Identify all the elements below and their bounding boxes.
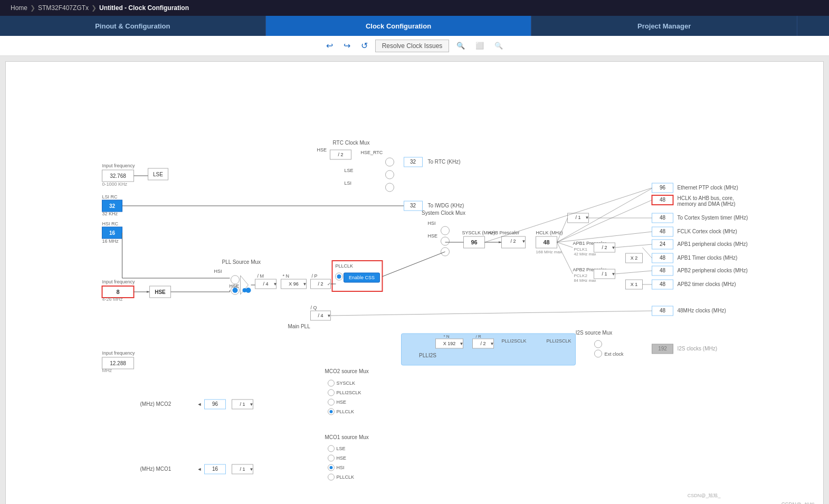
svg-text:HSE: HSE bbox=[230, 283, 240, 289]
svg-text:▼: ▼ bbox=[612, 245, 616, 250]
toolbar: ↩ ↪ ↺ Resolve Clock Issues 🔍 ⬜ 🔍 bbox=[0, 36, 829, 56]
svg-text:/ Q: / Q bbox=[311, 305, 317, 310]
svg-point-158 bbox=[595, 350, 602, 357]
svg-text:32: 32 bbox=[410, 203, 416, 208]
svg-line-211 bbox=[643, 248, 652, 258]
svg-text:HCLK to AHB bus, core,: HCLK to AHB bus, core, bbox=[678, 195, 734, 201]
svg-text:PLL Source Mux: PLL Source Mux bbox=[222, 259, 261, 265]
zoom-in-button[interactable]: 🔍 bbox=[453, 40, 468, 52]
svg-text:48: 48 bbox=[660, 197, 666, 203]
svg-text:84 MHz max: 84 MHz max bbox=[574, 278, 596, 283]
svg-text:HSE_RTC: HSE_RTC bbox=[361, 150, 383, 155]
zoom-out-button[interactable]: 🔍 bbox=[491, 40, 506, 52]
svg-text:X 96: X 96 bbox=[289, 281, 299, 287]
breadcrumb-device[interactable]: STM32F407ZGTx bbox=[33, 0, 94, 16]
svg-text:HSI: HSI bbox=[428, 221, 436, 226]
svg-text:42 MHz max: 42 MHz max bbox=[574, 252, 596, 256]
svg-text:* N: * N bbox=[444, 334, 450, 339]
svg-text:32: 32 bbox=[109, 203, 116, 209]
svg-text:LSE: LSE bbox=[337, 446, 346, 451]
svg-text:▼: ▼ bbox=[522, 239, 526, 244]
tab-extra bbox=[797, 16, 829, 36]
svg-text:HSE: HSE bbox=[337, 455, 347, 461]
svg-point-168 bbox=[328, 399, 335, 405]
svg-text:LSE: LSE bbox=[153, 172, 163, 177]
breadcrumb-home[interactable]: Home bbox=[5, 0, 33, 16]
svg-text:✓: ✓ bbox=[327, 282, 331, 287]
svg-text:PCLK2: PCLK2 bbox=[574, 273, 588, 278]
svg-text:32.768: 32.768 bbox=[110, 173, 126, 179]
svg-text:192: 192 bbox=[658, 346, 667, 351]
svg-point-157 bbox=[595, 340, 602, 348]
svg-text:/ 2: / 2 bbox=[480, 341, 485, 346]
svg-text:◄: ◄ bbox=[197, 467, 202, 472]
svg-text:RTC Clock Mux: RTC Clock Mux bbox=[333, 140, 370, 146]
svg-text:X 2: X 2 bbox=[631, 255, 638, 261]
svg-text:▼: ▼ bbox=[460, 341, 464, 346]
svg-point-32 bbox=[386, 158, 394, 166]
svg-text:I2S clocks (MHz): I2S clocks (MHz) bbox=[678, 346, 718, 351]
svg-text:APB2 timer clocks (MHz): APB2 timer clocks (MHz) bbox=[678, 281, 736, 287]
svg-point-33 bbox=[386, 170, 394, 179]
tab-clock[interactable]: Clock Configuration bbox=[266, 16, 532, 36]
svg-text:LSI: LSI bbox=[345, 180, 352, 186]
svg-text:AHB Prescaler: AHB Prescaler bbox=[489, 230, 520, 235]
svg-text:/ 1: / 1 bbox=[240, 402, 245, 407]
svg-text:X 1: X 1 bbox=[631, 282, 638, 287]
tab-project[interactable]: Project Manager bbox=[531, 16, 797, 36]
svg-point-61 bbox=[246, 288, 251, 293]
svg-text:FCLK Cortex clock (MHz): FCLK Cortex clock (MHz) bbox=[678, 229, 737, 234]
svg-text:PLLI2S: PLLI2S bbox=[419, 353, 436, 358]
svg-point-48 bbox=[441, 226, 450, 235]
fit-button[interactable]: ⬜ bbox=[472, 40, 487, 52]
svg-text:PLLCLK: PLLCLK bbox=[337, 474, 355, 480]
tab-pinout[interactable]: Pinout & Configuration bbox=[0, 16, 266, 36]
breadcrumb-current: Untitled - Clock Configuration bbox=[94, 0, 194, 16]
svg-point-172 bbox=[330, 410, 333, 413]
svg-text:HSI: HSI bbox=[337, 465, 345, 470]
svg-text:▼: ▼ bbox=[585, 215, 589, 220]
svg-text:HCLK (MHz): HCLK (MHz) bbox=[536, 230, 563, 235]
svg-text:X 192: X 192 bbox=[443, 341, 456, 346]
svg-text:32: 32 bbox=[410, 159, 416, 165]
svg-point-183 bbox=[328, 455, 335, 461]
svg-text:▼: ▼ bbox=[327, 313, 331, 318]
svg-text:48: 48 bbox=[660, 281, 666, 287]
svg-point-34 bbox=[386, 183, 394, 192]
svg-point-166 bbox=[328, 389, 335, 396]
resolve-clock-button[interactable]: Resolve Clock Issues bbox=[375, 40, 450, 52]
svg-text:APB2 peripheral clocks (MHz): APB2 peripheral clocks (MHz) bbox=[678, 268, 748, 273]
svg-text:/ 2: / 2 bbox=[318, 281, 323, 287]
svg-text:* N: * N bbox=[283, 273, 290, 279]
redo-button[interactable]: ↪ bbox=[340, 39, 354, 53]
svg-text:(MHz) MCO1: (MHz) MCO1 bbox=[140, 466, 171, 472]
svg-text:MHz: MHz bbox=[102, 368, 112, 373]
svg-text:/ 4: / 4 bbox=[318, 313, 323, 318]
svg-text:HSE: HSE bbox=[155, 289, 166, 295]
svg-text:Ethernet PTP clock (MHz): Ethernet PTP clock (MHz) bbox=[678, 185, 738, 191]
svg-text:Enable CSS: Enable CSS bbox=[349, 275, 375, 280]
svg-text:/ 2: / 2 bbox=[602, 245, 607, 250]
svg-text:memory and DMA (MHz): memory and DMA (MHz) bbox=[678, 201, 736, 207]
main-content: Input frequency 32.768 0-1000 KHz LSE LS… bbox=[0, 56, 829, 504]
svg-text:PLLI2SCLK: PLLI2SCLK bbox=[547, 338, 571, 344]
svg-text:/ 2: / 2 bbox=[510, 239, 516, 244]
svg-text:/ P: / P bbox=[312, 273, 318, 279]
svg-text:HSI RC: HSI RC bbox=[102, 221, 119, 226]
undo-button[interactable]: ↩ bbox=[323, 39, 336, 53]
svg-text:To IWDG (KHz): To IWDG (KHz) bbox=[428, 203, 464, 208]
svg-text:To Cortex System timer (MHz): To Cortex System timer (MHz) bbox=[678, 215, 748, 221]
svg-line-202 bbox=[383, 252, 445, 277]
svg-text:8: 8 bbox=[116, 289, 119, 295]
svg-text:48: 48 bbox=[543, 239, 549, 245]
svg-text:PLLI2SCLK: PLLI2SCLK bbox=[337, 390, 361, 395]
svg-text:48: 48 bbox=[660, 215, 666, 221]
svg-point-164 bbox=[328, 380, 335, 386]
svg-text:LSI RC: LSI RC bbox=[102, 194, 118, 199]
reset-button[interactable]: ↺ bbox=[358, 39, 371, 53]
svg-text:/ 1: / 1 bbox=[575, 215, 580, 220]
svg-text:▼: ▼ bbox=[303, 282, 307, 287]
svg-text:HSI: HSI bbox=[214, 269, 222, 274]
svg-text:16: 16 bbox=[109, 230, 116, 236]
svg-text:▼: ▼ bbox=[612, 272, 616, 277]
